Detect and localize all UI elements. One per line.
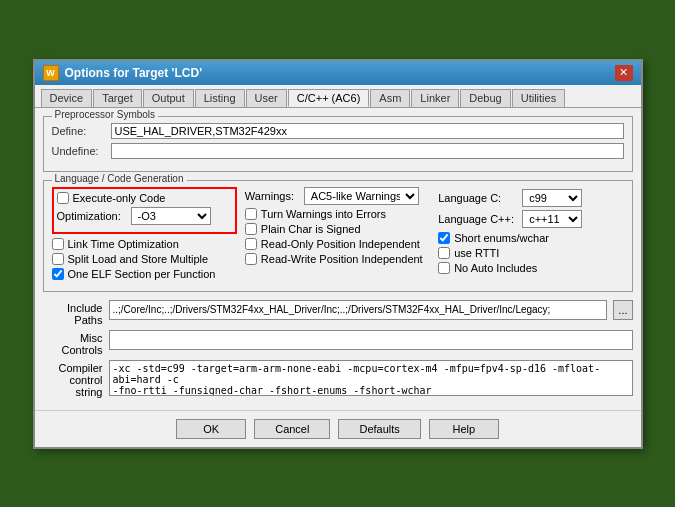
tab-bar: Device Target Output Listing User C/C++ … — [35, 85, 641, 108]
misc-controls-label: Misc Controls — [43, 330, 103, 356]
read-only-label: Read-Only Position Independent — [261, 238, 420, 250]
undefine-label: Undefine: — [52, 145, 107, 157]
title-bar: W Options for Target 'LCD' ✕ — [35, 61, 641, 85]
no-auto-label: No Auto Includes — [454, 262, 537, 274]
split-load-label: Split Load and Store Multiple — [68, 253, 209, 265]
cancel-button[interactable]: Cancel — [254, 419, 330, 439]
ok-button[interactable]: OK — [176, 419, 246, 439]
define-input[interactable] — [111, 123, 624, 139]
use-rtti-checkbox[interactable] — [438, 247, 450, 259]
tab-listing[interactable]: Listing — [195, 89, 245, 107]
short-enums-checkbox[interactable] — [438, 232, 450, 244]
link-time-checkbox[interactable] — [52, 238, 64, 250]
codegen-group: Language / Code Generation Execute-only … — [43, 180, 633, 292]
dialog-footer: OK Cancel Defaults Help — [35, 410, 641, 447]
help-button[interactable]: Help — [429, 419, 499, 439]
warnings-select[interactable]: AC5-like Warnings All Warnings No Warnin… — [304, 187, 419, 205]
plain-char-label: Plain Char is Signed — [261, 223, 361, 235]
lang-cpp-select[interactable]: c++11 c++03 c++14 c++17 — [522, 210, 582, 228]
tab-output[interactable]: Output — [143, 89, 194, 107]
app-icon: W — [43, 65, 59, 81]
optimization-select[interactable]: -O3 -O0 -O1 -O2 -Os — [131, 207, 211, 225]
define-label: Define: — [52, 125, 107, 137]
one-elf-label: One ELF Section per Function — [68, 268, 216, 280]
tab-target[interactable]: Target — [93, 89, 142, 107]
lang-cpp-label: Language C++: — [438, 213, 518, 225]
tab-user[interactable]: User — [246, 89, 287, 107]
defaults-button[interactable]: Defaults — [338, 419, 420, 439]
turn-warnings-label: Turn Warnings into Errors — [261, 208, 386, 220]
compiler-string-input[interactable]: -xc -std=c99 -target=arm-arm-none-eabi -… — [109, 360, 633, 396]
preprocessor-group: Preprocessor Symbols Define: Undefine: — [43, 116, 633, 172]
tab-asm[interactable]: Asm — [370, 89, 410, 107]
browse-paths-button[interactable]: ... — [613, 300, 632, 320]
tab-cpp[interactable]: C/C++ (AC6) — [288, 89, 370, 107]
read-only-checkbox[interactable] — [245, 238, 257, 250]
use-rtti-label: use RTTI — [454, 247, 499, 259]
lang-c-label: Language C: — [438, 192, 518, 204]
include-paths-input[interactable] — [109, 300, 608, 320]
tab-debug[interactable]: Debug — [460, 89, 510, 107]
execute-only-checkbox[interactable] — [57, 192, 69, 204]
no-auto-checkbox[interactable] — [438, 262, 450, 274]
dialog-title: Options for Target 'LCD' — [65, 66, 202, 80]
preprocessor-group-label: Preprocessor Symbols — [52, 109, 159, 120]
close-button[interactable]: ✕ — [615, 65, 633, 81]
include-paths-label: Include Paths — [43, 300, 103, 326]
warnings-label: Warnings: — [245, 190, 300, 202]
compiler-string-label: Compiler control string — [43, 360, 103, 398]
split-load-checkbox[interactable] — [52, 253, 64, 265]
tab-linker[interactable]: Linker — [411, 89, 459, 107]
include-paths-row: Include Paths ... — [43, 300, 633, 326]
highlighted-options: Execute-only Code Optimization: -O3 -O0 … — [52, 187, 237, 234]
codegen-group-label: Language / Code Generation — [52, 173, 187, 184]
turn-warnings-checkbox[interactable] — [245, 208, 257, 220]
one-elf-checkbox[interactable] — [52, 268, 64, 280]
compiler-string-row: Compiler control string -xc -std=c99 -ta… — [43, 360, 633, 398]
lang-c-select[interactable]: c99 c90 c11 gnu99 — [522, 189, 582, 207]
misc-controls-input[interactable] — [109, 330, 633, 350]
tab-device[interactable]: Device — [41, 89, 93, 107]
optimization-label: Optimization: — [57, 210, 127, 222]
undefine-input[interactable] — [111, 143, 624, 159]
misc-controls-row: Misc Controls — [43, 330, 633, 356]
execute-only-label: Execute-only Code — [73, 192, 166, 204]
link-time-label: Link Time Optimization — [68, 238, 179, 250]
read-write-checkbox[interactable] — [245, 253, 257, 265]
short-enums-label: Short enums/wchar — [454, 232, 549, 244]
tab-utilities[interactable]: Utilities — [512, 89, 565, 107]
plain-char-checkbox[interactable] — [245, 223, 257, 235]
read-write-label: Read-Write Position Independent — [261, 253, 423, 265]
